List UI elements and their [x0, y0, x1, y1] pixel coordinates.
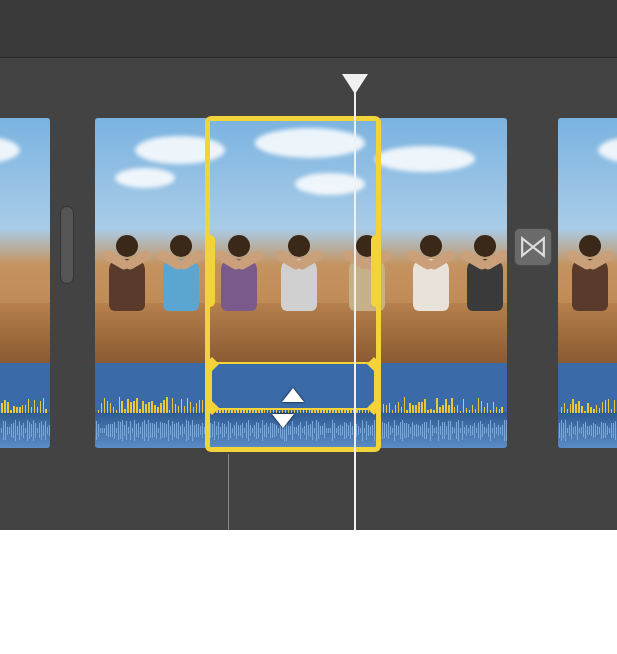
timeline-panel — [0, 0, 617, 530]
timeline-clip[interactable] — [558, 118, 617, 448]
audio-waveform-secondary — [558, 413, 617, 448]
audio-waveform-secondary — [0, 413, 50, 448]
audio-expand-down-icon[interactable] — [272, 414, 294, 428]
clip-edge-handle[interactable] — [60, 206, 74, 284]
clip-audio-track[interactable] — [558, 363, 617, 448]
audio-waveform-secondary — [95, 413, 507, 448]
timeline-toolbar — [0, 0, 617, 58]
callout-line — [228, 454, 229, 530]
transition-icon[interactable] — [514, 228, 552, 266]
cross-dissolve-icon — [520, 234, 546, 260]
audio-expand-up-icon[interactable] — [282, 388, 304, 402]
clip-thumbnail — [558, 118, 617, 363]
audio-waveform — [0, 363, 50, 413]
clip-thumbnail — [95, 118, 507, 363]
audio-waveform — [558, 363, 617, 413]
clip-audio-track[interactable] — [0, 363, 50, 448]
timeline-clip[interactable] — [0, 118, 50, 448]
audio-selection[interactable] — [210, 362, 376, 410]
timeline-track-area[interactable] — [0, 58, 617, 530]
clip-thumbnail — [0, 118, 50, 363]
